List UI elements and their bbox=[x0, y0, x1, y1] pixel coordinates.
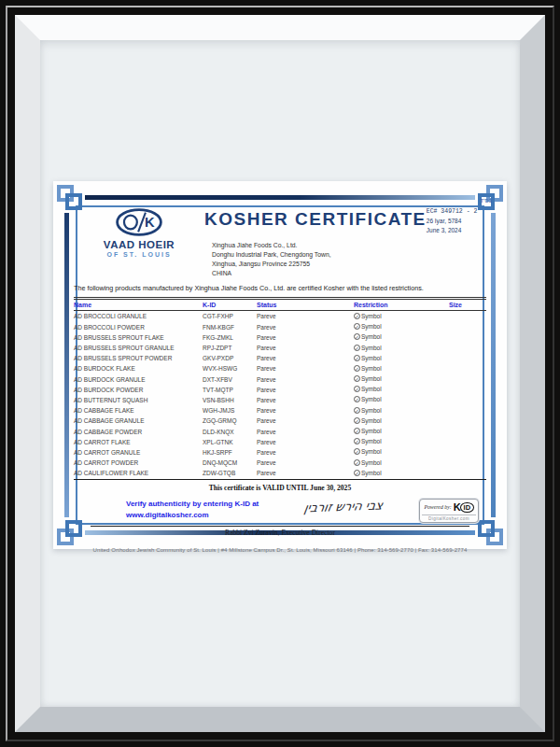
certificate-meta: EC# 349712 - 2 26 Iyar, 5784 June 3, 202… bbox=[427, 204, 512, 235]
check-circle-icon: ✓ bbox=[354, 345, 360, 351]
border-bar-right bbox=[491, 213, 496, 517]
product-restriction: ✓Symbol bbox=[354, 395, 449, 405]
product-name: AD CAULIFLOWER FLAKE bbox=[74, 468, 203, 478]
verify-authenticity-text: Verify authenticity by entering K-ID at … bbox=[126, 499, 268, 521]
product-row: AD BRUSSELS SPROUT GRANULE RPJ-ZDPT Pare… bbox=[74, 343, 486, 353]
signer-name-title: Rabbi Zvi Zuravin, Executive Director bbox=[74, 529, 486, 537]
check-circle-icon: ✓ bbox=[354, 375, 360, 382]
check-circle-icon: ✓ bbox=[354, 407, 360, 414]
product-kid: ZGQ-GRMQ bbox=[203, 416, 257, 426]
check-circle-icon: ✓ bbox=[354, 313, 360, 319]
product-size bbox=[449, 458, 486, 468]
product-name: AD BROCCOLI POWDER bbox=[74, 322, 203, 332]
product-size bbox=[449, 395, 486, 405]
product-restriction: ✓Symbol bbox=[354, 374, 449, 385]
product-name: AD CABBAGE POWDER bbox=[74, 426, 203, 436]
product-size bbox=[449, 416, 486, 426]
col-header-name: Name bbox=[74, 299, 203, 311]
product-restriction: ✓Symbol bbox=[354, 332, 449, 343]
table-bottom-rule bbox=[74, 479, 486, 480]
border-bar-top bbox=[85, 195, 475, 200]
certificate-header: K VAAD HOEIR OF ST. LOUIS KOSHER CERTIFI… bbox=[74, 204, 486, 258]
product-restriction: ✓Symbol bbox=[354, 343, 449, 353]
product-status: Pareve bbox=[257, 322, 354, 332]
org-subname: OF ST. LOUIS bbox=[74, 251, 204, 258]
product-size bbox=[449, 374, 486, 385]
product-kid: WVX-HSWG bbox=[203, 363, 257, 374]
certificate-title: KOSHER CERTIFICATE bbox=[204, 209, 427, 230]
products-table: Name K-ID Status Restriction Size AD BRO… bbox=[74, 297, 486, 478]
product-kid: VSN-BSHH bbox=[203, 395, 257, 405]
validity-statement: This certificate is VALID UNTIL June 30,… bbox=[74, 484, 486, 492]
product-status: Pareve bbox=[257, 416, 354, 426]
col-header-kid: K-ID bbox=[203, 299, 257, 311]
check-circle-icon: ✓ bbox=[354, 365, 360, 372]
product-restriction: ✓Symbol bbox=[354, 353, 449, 363]
product-size bbox=[449, 437, 486, 447]
product-name: AD BRUSSELS SPROUT FLAKE bbox=[74, 332, 203, 343]
product-status: Pareve bbox=[257, 332, 354, 343]
product-status: Pareve bbox=[257, 343, 354, 353]
product-status: Pareve bbox=[257, 374, 354, 385]
product-restriction: ✓Symbol bbox=[354, 385, 449, 395]
product-name: AD CARROT FLAKE bbox=[74, 437, 203, 447]
product-row: AD CAULIFLOWER FLAKE ZDW-GTQB Pareve ✓Sy… bbox=[74, 468, 486, 478]
product-kid: WGH-JMJS bbox=[203, 405, 257, 416]
product-name: AD BURDOCK GRANULE bbox=[74, 374, 203, 385]
product-kid: DLD-KNQX bbox=[203, 426, 257, 436]
product-size bbox=[449, 447, 486, 458]
product-row: AD BURDOCK FLAKE WVX-HSWG Pareve ✓Symbol bbox=[74, 363, 486, 374]
product-kid: FKG-ZMKL bbox=[203, 332, 257, 343]
product-kid: XPL-GTNK bbox=[203, 437, 257, 447]
col-header-restriction: Restriction bbox=[354, 299, 449, 311]
product-row: AD BURDOCK GRANULE DXT-XFBV Pareve ✓Symb… bbox=[74, 374, 486, 385]
product-row: AD BROCCOLI POWDER FNM-KBGF Pareve ✓Symb… bbox=[74, 322, 486, 332]
product-name: AD BROCCOLI GRANULE bbox=[74, 311, 203, 322]
product-size bbox=[449, 311, 486, 322]
org-name: VAAD HOEIR bbox=[74, 239, 204, 250]
check-circle-icon: ✓ bbox=[354, 386, 360, 392]
product-status: Pareve bbox=[257, 395, 354, 405]
check-circle-icon: ✓ bbox=[354, 448, 360, 455]
kid-logo-icon: KID bbox=[454, 501, 474, 513]
product-kid: DNQ-MQCM bbox=[203, 458, 257, 468]
product-kid: CGT-FXHP bbox=[203, 311, 257, 322]
product-row: AD CARROT GRANULE HKJ-SRPF Pareve ✓Symbo… bbox=[74, 447, 486, 458]
product-status: Pareve bbox=[257, 385, 354, 395]
col-header-size: Size bbox=[449, 299, 486, 311]
company-country: CHINA bbox=[212, 269, 486, 278]
product-restriction: ✓Symbol bbox=[354, 426, 449, 436]
ok-oval-logo-icon: K bbox=[115, 206, 163, 238]
check-circle-icon: ✓ bbox=[354, 323, 360, 330]
product-row: AD CARROT FLAKE XPL-GTNK Pareve ✓Symbol bbox=[74, 437, 486, 447]
product-restriction: ✓Symbol bbox=[354, 416, 449, 426]
product-status: Pareve bbox=[257, 405, 354, 416]
product-status: Pareve bbox=[257, 426, 354, 436]
product-kid: GKV-PXDP bbox=[203, 353, 257, 363]
product-status: Pareve bbox=[257, 311, 354, 322]
certificate-paper: בס"ד K VAAD HOEIR OF ST. LOUIS KOSHER CE… bbox=[53, 181, 507, 549]
product-row: AD BUTTERNUT SQUASH VSN-BSHH Pareve ✓Sym… bbox=[74, 395, 486, 405]
product-status: Pareve bbox=[257, 353, 354, 363]
certificate-content: בס"ד K VAAD HOEIR OF ST. LOUIS KOSHER CE… bbox=[74, 204, 486, 527]
product-status: Pareve bbox=[257, 447, 354, 458]
product-row: AD BRUSSELS SPROUT FLAKE FKG-ZMKL Pareve… bbox=[74, 332, 486, 343]
product-name: AD CARROT GRANULE bbox=[74, 447, 203, 458]
check-circle-icon: ✓ bbox=[354, 459, 360, 466]
check-circle-icon: ✓ bbox=[354, 470, 360, 476]
border-bar-left bbox=[64, 213, 69, 517]
product-name: AD BURDOCK POWDER bbox=[74, 385, 203, 395]
product-name: AD CABBAGE FLAKE bbox=[74, 405, 203, 416]
product-size bbox=[449, 426, 486, 436]
table-header-row: Name K-ID Status Restriction Size bbox=[74, 299, 486, 311]
product-size bbox=[449, 343, 486, 353]
product-kid: DXT-XFBV bbox=[203, 374, 257, 385]
product-restriction: ✓Symbol bbox=[354, 311, 449, 322]
signature-rule bbox=[91, 526, 469, 527]
product-row: AD CABBAGE GRANULE ZGQ-GRMQ Pareve ✓Symb… bbox=[74, 416, 486, 426]
company-address2: Xinghua, Jiangsu Province 225755 bbox=[212, 260, 486, 269]
check-circle-icon: ✓ bbox=[354, 396, 360, 402]
intro-statement: The following products manufactured by X… bbox=[74, 284, 486, 292]
check-circle-icon: ✓ bbox=[354, 417, 360, 424]
powered-by-label: Powered by: bbox=[424, 504, 451, 510]
